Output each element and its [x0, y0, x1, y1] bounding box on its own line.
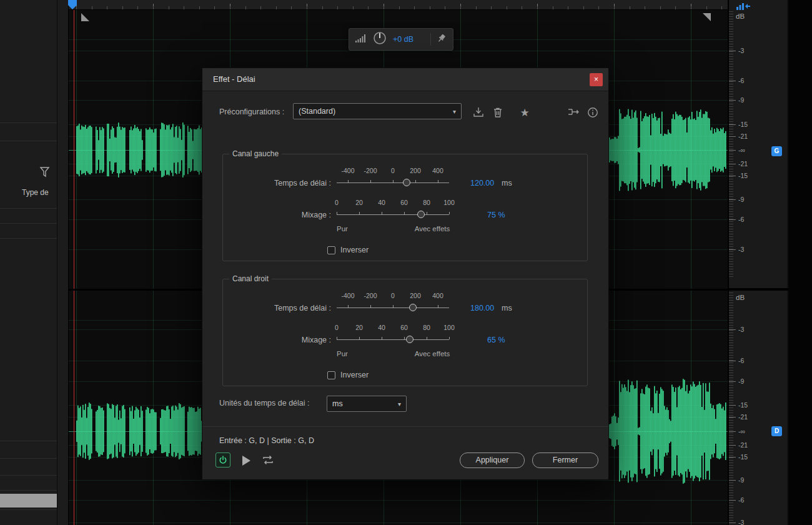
ruler-tick-label: -21: [738, 413, 748, 421]
mix-slider[interactable]: 0 20 40 60 80 100: [337, 320, 449, 348]
panel-row-divider: [0, 223, 57, 224]
panel-row-divider: [0, 238, 57, 239]
right-channel-group: Canal droit Temps de délai : -400 -200 0…: [222, 279, 588, 386]
dialog-titlebar[interactable]: Effet - Délai ×: [202, 68, 608, 91]
ruler-tick: [729, 51, 736, 51]
ruler-unit-top: dB: [736, 12, 745, 20]
ruler-tick-label: -3: [738, 326, 744, 333]
group-title: Canal droit: [229, 274, 272, 283]
ruler-tick-label: -3: [738, 47, 744, 54]
audition-screen: Type de +0 dB: [0, 0, 812, 525]
chevron-down-icon: ▾: [453, 108, 456, 115]
ruler-tick: [729, 124, 736, 125]
mix-label: Mixage :: [223, 211, 331, 219]
ruler-separator: [729, 288, 788, 291]
ruler-tick-label: -6: [738, 357, 744, 364]
ruler-tick: [729, 522, 736, 523]
save-preset-icon[interactable]: [472, 106, 485, 120]
invert-label: Inverser: [340, 371, 369, 379]
channel-badge-right[interactable]: D: [771, 426, 782, 436]
left-channel-group: Canal gauche Temps de délai : -400 -200 …: [222, 154, 588, 261]
mix-label: Mixage :: [223, 336, 331, 344]
playhead-marker[interactable]: [68, 0, 77, 9]
scale-options-icon[interactable]: [736, 1, 750, 12]
power-toggle[interactable]: [215, 452, 230, 468]
invert-checkbox[interactable]: [327, 246, 335, 254]
panel-row-divider: [0, 475, 57, 476]
slider-track[interactable]: [337, 214, 449, 215]
units-label: Unités du temps de délai :: [219, 399, 310, 408]
presets-value: (Standard): [299, 107, 335, 116]
slider-thumb[interactable]: [417, 211, 425, 218]
ruler-tick: [729, 381, 736, 382]
delay-value: 120.00: [470, 179, 494, 188]
mix-min-label: Pur: [333, 350, 352, 358]
loop-playback-icon[interactable]: [261, 454, 275, 466]
units-dropdown[interactable]: ms ▾: [327, 396, 407, 412]
delay-time-slider[interactable]: -400 -200 0 200 400: [337, 163, 449, 191]
volume-hud[interactable]: +0 dB: [349, 28, 453, 51]
ruler-tick: [729, 431, 736, 432]
mix-max-label: Avec effets: [407, 225, 457, 232]
delay-time-label: Temps de délai :: [223, 304, 331, 312]
close-button[interactable]: Fermer: [532, 452, 598, 468]
panel-row-divider: [0, 490, 57, 491]
panel-scroll-thumb[interactable]: [0, 494, 57, 508]
slider-track[interactable]: [337, 182, 449, 183]
channel-badge-left[interactable]: G: [771, 146, 782, 156]
ruler-tick: [729, 81, 736, 81]
slider-thumb[interactable]: [409, 304, 417, 311]
favorite-star-icon[interactable]: ★: [518, 106, 532, 120]
ruler-tick: [729, 457, 736, 458]
ruler-tick: [729, 329, 736, 330]
group-title: Canal gauche: [229, 149, 282, 158]
ruler-tick-label: -15: [738, 121, 748, 128]
invert-label: Inverser: [340, 246, 369, 254]
delay-unit: ms: [502, 304, 512, 312]
delay-effect-dialog: Effet - Délai × Préconfigurations : (Sta…: [202, 68, 609, 480]
chevron-down-icon: ▾: [398, 401, 401, 408]
ruler-tick-label: -6: [738, 77, 744, 84]
delete-preset-icon[interactable]: [491, 106, 505, 120]
ruler-tick-label: -21: [738, 441, 748, 449]
ruler-tick: [729, 199, 736, 200]
amplitude-ruler[interactable]: dB dB G D -3-3-6-6-9-9-15-15-21-21-∞-∞-2…: [728, 0, 787, 525]
ruler-tick-label: -6: [738, 496, 744, 504]
presets-dropdown[interactable]: (Standard) ▾: [293, 103, 462, 119]
ruler-unit-bottom: dB: [736, 294, 745, 301]
panel-row-divider: [0, 122, 57, 123]
ruler-tick: [729, 150, 736, 151]
slider-thumb[interactable]: [403, 179, 410, 186]
close-icon[interactable]: ×: [590, 73, 603, 86]
ruler-tick-label: -15: [738, 172, 748, 179]
slider-thumb[interactable]: [406, 336, 413, 343]
ruler-tick: [729, 176, 736, 176]
delay-time-slider[interactable]: -400 -200 0 200 400: [337, 288, 449, 316]
playhead-line: [74, 10, 74, 525]
pin-icon[interactable]: [437, 33, 447, 46]
mix-value: 75 %: [487, 211, 505, 219]
invert-checkbox[interactable]: [327, 371, 335, 379]
ruler-tick-label: -15: [738, 401, 748, 409]
ruler-tick: [729, 100, 736, 101]
media-panel: Type de: [0, 0, 69, 525]
ruler-tick-label: -9: [738, 476, 744, 484]
slider-track[interactable]: [337, 339, 449, 340]
delay-time-label: Temps de délai :: [223, 179, 331, 188]
mix-slider[interactable]: 0 20 40 60 80 100: [337, 195, 449, 222]
gain-knob[interactable]: [372, 31, 387, 48]
info-icon[interactable]: [586, 106, 600, 120]
preview-play-button[interactable]: [242, 456, 250, 466]
ruler-tick: [729, 405, 736, 406]
filter-icon[interactable]: [39, 166, 51, 178]
timeline-ruler[interactable]: [69, 0, 728, 10]
ruler-tick: [729, 417, 736, 418]
presets-label: Préconfigurations :: [219, 108, 284, 116]
ruler-minor-ticks: [729, 292, 733, 525]
panel-row-divider: [0, 141, 57, 141]
ruler-tick-label: -15: [738, 453, 748, 461]
apply-button[interactable]: Appliquer: [460, 452, 525, 468]
channel-map-icon[interactable]: [567, 106, 580, 120]
slider-track[interactable]: [337, 308, 449, 308]
ruler-tick-label: -∞: [738, 146, 745, 154]
